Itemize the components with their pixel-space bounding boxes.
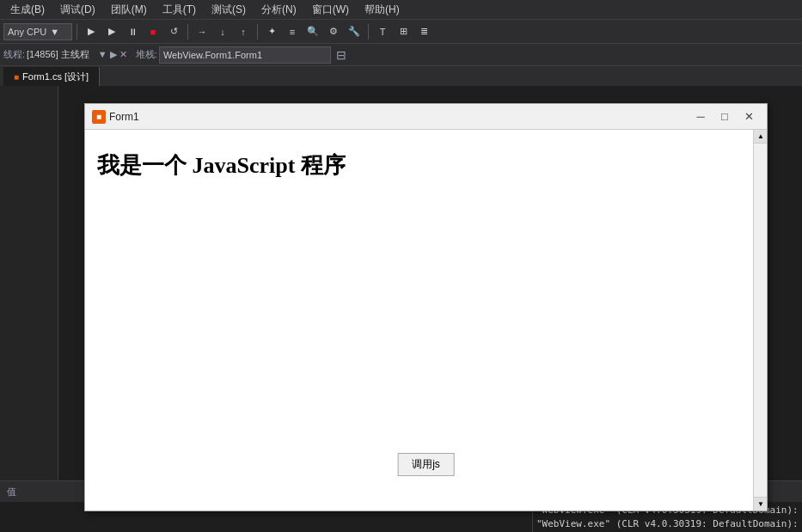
debug-bar: 线程: [14856] 主线程 ▼ ▶ ✕ 堆栈: WebView.Form1.…	[0, 43, 802, 65]
form-close-btn[interactable]: ✕	[738, 108, 760, 125]
toolbar-sep-3	[257, 24, 258, 40]
form-heading: 我是一个 JavaScript 程序	[97, 150, 346, 180]
scrollbar-up-arrow[interactable]: ▲	[754, 130, 767, 144]
step-out-btn[interactable]: ↑	[234, 22, 253, 41]
form-minimize-btn[interactable]: ─	[689, 108, 712, 125]
tab-icon: ■	[14, 72, 19, 82]
menu-help[interactable]: 帮助(H)	[358, 1, 407, 19]
form-maximize-btn[interactable]: □	[713, 108, 736, 125]
stack-dropdown[interactable]: WebView.Form1.Form1	[159, 46, 331, 64]
restart-btn[interactable]: ↺	[164, 22, 183, 41]
tab-form1[interactable]: ■ Form1.cs [设计]	[3, 67, 100, 86]
menu-analyze[interactable]: 分析(N)	[254, 1, 303, 19]
toolbar-btn-g[interactable]: ⊞	[394, 22, 413, 41]
output-line-2: "WebView.exe" (CLR v4.0.30319: DefaultDo…	[536, 517, 799, 531]
cpu-dropdown[interactable]: Any CPU ▼	[3, 23, 72, 40]
continue-btn[interactable]: ▶	[82, 22, 101, 41]
cpu-label: Any CPU	[8, 27, 46, 37]
toolbar-sep-4	[368, 24, 369, 40]
menu-tools[interactable]: 工具(T)	[156, 1, 203, 19]
toolbar-sep-2	[187, 24, 188, 40]
left-sidebar	[0, 86, 58, 480]
menu-build[interactable]: 生成(B)	[3, 1, 52, 19]
menu-bar: 生成(B) 调试(D) 团队(M) 工具(T) 测试(S) 分析(N) 窗口(W…	[0, 0, 802, 19]
stack-label: 堆栈:	[136, 48, 157, 61]
toolbar-btn-f[interactable]: T	[373, 22, 392, 41]
toolbar-btn-h[interactable]: ≣	[414, 22, 433, 41]
menu-window[interactable]: 窗口(W)	[305, 1, 356, 19]
step-into-btn[interactable]: ↓	[213, 22, 232, 41]
thread-label: 线程:	[3, 48, 25, 61]
form-window: ■ Form1 ─ □ ✕ 我是一个 JavaScript 程序 调用js ▲ …	[84, 103, 768, 511]
toolbar-btn-2[interactable]: ▶	[102, 22, 121, 41]
stack-indicator: ▼ ▶ ✕	[98, 49, 127, 60]
scrollbar-down-arrow[interactable]: ▼	[754, 497, 767, 511]
form-body: 我是一个 JavaScript 程序 调用js ▲ ▼	[85, 130, 767, 511]
step-over-btn[interactable]: →	[193, 22, 211, 41]
thread-value: [14856] 主线程	[27, 48, 89, 61]
tab-bar: ■ Form1.cs [设计]	[0, 65, 802, 86]
main-toolbar: Any CPU ▼ ▶ ▶ ⏸ ■ ↺ → ↓ ↑ ✦ ≡ 🔍 ⚙ 🔧 T ⊞ …	[0, 19, 802, 43]
form-title-text: Form1	[109, 111, 686, 123]
design-canvas: ■ Form1 ─ □ ✕ 我是一个 JavaScript 程序 调用js ▲ …	[58, 86, 802, 480]
col-value-label: 值	[7, 486, 16, 498]
main-area: ■ Form1 ─ □ ✕ 我是一个 JavaScript 程序 调用js ▲ …	[0, 86, 802, 480]
call-js-button[interactable]: 调用js	[397, 453, 455, 476]
cpu-dropdown-arrow: ▼	[50, 27, 59, 37]
toolbar-btn-d[interactable]: ⚙	[324, 22, 343, 41]
toolbar-btn-c[interactable]: 🔍	[303, 22, 322, 41]
toolbar-sep-1	[77, 24, 77, 40]
menu-debug[interactable]: 调试(D)	[53, 1, 102, 19]
toolbar-btn-a[interactable]: ✦	[262, 22, 281, 41]
menu-test[interactable]: 测试(S)	[205, 1, 253, 19]
toolbar-btn-e[interactable]: 🔧	[345, 22, 364, 41]
form-window-controls: ─ □ ✕	[689, 108, 760, 125]
stack-value: WebView.Form1.Form1	[163, 50, 262, 60]
menu-team[interactable]: 团队(M)	[104, 1, 154, 19]
form-titlebar[interactable]: ■ Form1 ─ □ ✕	[85, 104, 767, 130]
pause-btn[interactable]: ⏸	[123, 22, 142, 41]
form-title-icon: ■	[92, 110, 106, 124]
stop-btn[interactable]: ■	[144, 22, 162, 41]
stack-expand-icon[interactable]: ⊟	[336, 48, 346, 62]
form-scrollbar[interactable]: ▲ ▼	[753, 130, 767, 511]
toolbar-btn-b[interactable]: ≡	[283, 22, 302, 41]
tab-label: Form1.cs [设计]	[22, 70, 89, 83]
